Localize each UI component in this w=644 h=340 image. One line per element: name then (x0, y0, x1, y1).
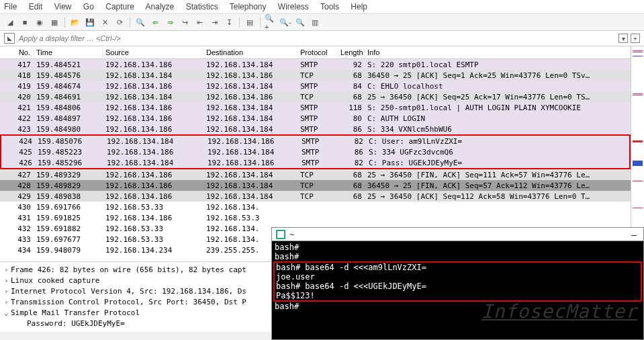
filterbar: ◣ ▾ + (0, 31, 644, 46)
toolbar: ◢ ■ ◉ ▦ 📂 💾 ✕ ⟳ 🔍 ⇐ ⇒ ↪ ⇤ ⇥ ↧ ▤ 🔍+ 🔍- 🔍 … (0, 14, 644, 31)
reload-icon[interactable]: ⟳ (113, 16, 126, 28)
add-button[interactable]: + (631, 34, 640, 43)
zoom-reset-icon[interactable]: 🔍 (294, 16, 306, 28)
packet-row[interactable]: 429159.489838192.168.134.186192.168.134.… (0, 191, 631, 202)
detail-linux[interactable]: Linux cooked capture (11, 276, 99, 285)
minimize-icon[interactable]: — (629, 229, 639, 240)
output-2: Pa$$123! (276, 291, 639, 300)
menu-tools[interactable]: Tools (320, 2, 339, 11)
col-destination[interactable]: Destination (203, 46, 297, 58)
display-filter-input[interactable] (17, 33, 616, 44)
expand-icon[interactable]: › (4, 265, 11, 275)
packet-row[interactable]: 428159.489829192.168.134.186192.168.134.… (0, 180, 631, 191)
colorize-icon[interactable]: ▤ (244, 16, 256, 28)
menu-telephony[interactable]: Telephony (230, 2, 267, 11)
menu-edit[interactable]: Edit (29, 2, 43, 11)
packet-row[interactable]: 430159.691766192.168.53.33192.168.134. (0, 202, 631, 212)
save-icon[interactable]: 💾 (84, 16, 96, 28)
zoom-in-icon[interactable]: 🔍+ (265, 16, 277, 28)
col-protocol[interactable]: Protocol (297, 46, 338, 58)
terminal-icon (276, 230, 285, 239)
col-info[interactable]: Info (365, 46, 631, 58)
packet-row[interactable]: 422159.484897192.168.134.186192.168.134.… (0, 113, 631, 124)
highlight-box: 424159.485076192.168.134.184192.168.134.… (0, 134, 631, 169)
command-1: bash# base64 -d <<<am9lLnVzZXI= (276, 263, 639, 272)
expand-icon[interactable]: › (4, 297, 11, 308)
prompt: bash# (275, 243, 641, 252)
packet-row[interactable]: 420159.484691192.168.134.184192.168.134.… (0, 91, 631, 102)
autoscroll-icon[interactable]: ↧ (223, 16, 235, 28)
menu-statistics[interactable]: Statistics (186, 2, 218, 11)
resize-columns-icon[interactable]: ▥ (309, 16, 321, 28)
menu-view[interactable]: View (54, 2, 72, 11)
goto-last-icon[interactable]: ⇥ (208, 16, 220, 28)
packet-row[interactable]: 423159.484980192.168.134.186192.168.134.… (0, 124, 631, 134)
command-2: bash# base64 -d <<<UGEkJDEyMyE= (276, 282, 639, 291)
watermark: InfosecMatter (481, 300, 637, 323)
options-icon[interactable]: ▦ (48, 16, 60, 28)
packet-row[interactable]: 417159.484521192.168.134.186192.168.134.… (0, 59, 631, 70)
collapse-icon[interactable]: ⌄ (4, 308, 11, 318)
terminal-titlebar[interactable]: ~ — (272, 228, 643, 241)
detail-ip[interactable]: Internet Protocol Version 4, Src: 192.16… (11, 287, 246, 296)
restart-icon[interactable]: ◉ (34, 16, 46, 28)
col-length[interactable]: Length (338, 46, 365, 58)
packet-row[interactable]: 419159.484674192.168.134.186192.168.134.… (0, 81, 631, 91)
detail-tcp[interactable]: Transmission Control Protocol, Src Port:… (11, 298, 246, 306)
packet-row[interactable]: 424159.485076192.168.134.184192.168.134.… (1, 136, 629, 146)
packet-row[interactable]: 425159.485223192.168.134.186192.168.134.… (1, 146, 629, 157)
col-no[interactable]: No. (0, 46, 34, 58)
bookmark-icon[interactable]: ◣ (4, 33, 15, 44)
menu-capture[interactable]: Capture (105, 2, 134, 11)
open-icon[interactable]: 📂 (69, 16, 81, 28)
prev-icon[interactable]: ⇐ (149, 16, 161, 28)
menu-help[interactable]: Help (351, 2, 367, 11)
goto-first-icon[interactable]: ⇤ (193, 16, 205, 28)
packet-row[interactable]: 426159.485296192.168.134.184192.168.134.… (1, 157, 629, 168)
menu-analyze[interactable]: Analyze (146, 2, 175, 11)
shark-fin-icon[interactable]: ◢ (4, 16, 16, 28)
close-icon[interactable]: ✕ (99, 16, 111, 28)
packet-row[interactable]: 421159.484806192.168.134.186192.168.134.… (0, 102, 631, 113)
find-icon[interactable]: 🔍 (134, 16, 146, 28)
menu-wireless[interactable]: Wireless (278, 2, 309, 11)
expand-icon[interactable]: › (4, 275, 11, 286)
menubar: File Edit View Go Capture Analyze Statis… (0, 0, 644, 14)
zoom-out-icon[interactable]: 🔍- (279, 16, 291, 28)
expand-icon[interactable]: › (4, 286, 11, 297)
prompt: bash# (275, 252, 641, 261)
terminal-window[interactable]: ~ — bash# bash# bash# base64 -d <<<am9lL… (271, 227, 644, 340)
menu-go[interactable]: Go (83, 2, 94, 11)
packet-row[interactable]: 427159.489329192.168.134.186192.168.134.… (0, 169, 631, 180)
packet-row[interactable]: 431159.691825192.168.134.186192.168.53.3 (0, 212, 631, 223)
col-time[interactable]: Time (34, 46, 103, 58)
stop-icon[interactable]: ■ (19, 16, 31, 28)
output-1: joe.user (276, 272, 639, 282)
column-headers[interactable]: No. Time Source Destination Protocol Len… (0, 46, 631, 59)
col-source[interactable]: Source (103, 46, 203, 58)
expression-button[interactable]: ▾ (618, 34, 628, 43)
terminal-title: ~ (289, 230, 294, 239)
packet-row[interactable]: 418159.484576192.168.134.184192.168.134.… (0, 70, 631, 81)
detail-smtp[interactable]: Simple Mail Transfer Protocol (11, 308, 140, 317)
next-icon[interactable]: ⇒ (164, 16, 176, 28)
detail-frame[interactable]: Frame 426: 82 bytes on wire (656 bits), … (11, 265, 246, 274)
detail-password[interactable]: Password: UGEkJDEyMyE= (27, 319, 125, 328)
menu-file[interactable]: File (4, 2, 17, 11)
jump-icon[interactable]: ↪ (179, 16, 191, 28)
